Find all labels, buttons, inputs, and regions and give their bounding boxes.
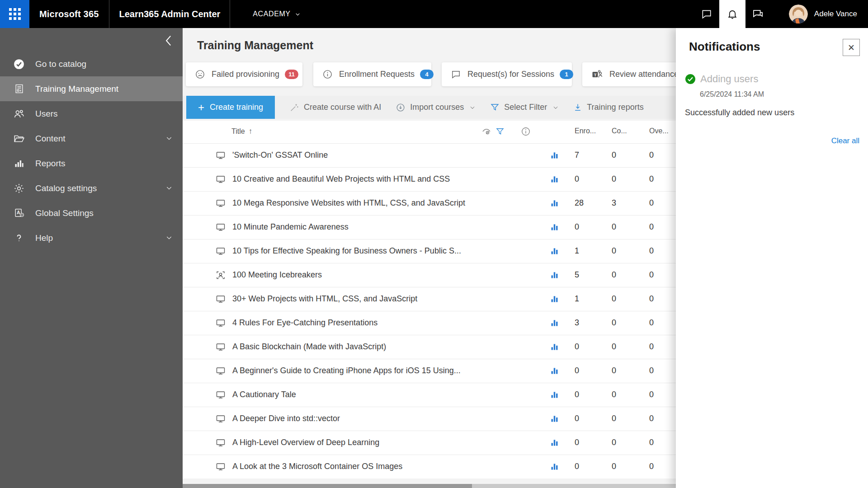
bell-icon (726, 8, 738, 20)
course-stats-chart-icon[interactable] (550, 414, 559, 425)
horizontal-scrollbar[interactable] (183, 484, 676, 488)
create-training-button[interactable]: + Create training (186, 96, 275, 119)
table-row[interactable]: 30+ Web Projects with HTML, CSS, and Jav… (183, 287, 676, 311)
tenant-selector[interactable]: ACADEMY (253, 10, 300, 18)
course-stats-chart-icon[interactable] (550, 198, 559, 210)
app-title[interactable]: Learn365 Admin Center (119, 9, 221, 19)
completed-count: 0 (612, 390, 616, 399)
course-stats-chart-icon[interactable] (550, 318, 559, 329)
table-row[interactable]: A Look at the 3 Microsoft Container OS I… (183, 455, 676, 479)
course-title-link[interactable]: A Look at the 3 Microsoft Container OS I… (232, 462, 402, 471)
magic-wand-icon (289, 103, 299, 113)
sidebar-item-users[interactable]: Users (0, 101, 183, 126)
table-row[interactable]: A Cautionary Tale000 (183, 383, 676, 407)
filter-funnel-icon (490, 103, 500, 112)
enrolled-count: 0 (575, 366, 579, 375)
table-row[interactable]: A High-Level Overview of Deep Learning00… (183, 431, 676, 455)
sidebar-item-help[interactable]: Help (0, 225, 183, 250)
chat-button[interactable] (694, 0, 719, 28)
table-row[interactable]: A Basic Blockchain (Made with JavaScript… (183, 335, 676, 359)
sidebar-item-reports[interactable]: Reports (0, 151, 183, 176)
sidebar-collapse-button[interactable] (162, 34, 175, 47)
table-body: 'Switch-On' GSSAT Online70010 Creative a… (183, 143, 676, 479)
column-header-title[interactable]: Title ↑ (231, 127, 252, 136)
feedback-button[interactable] (745, 0, 771, 28)
course-title-link[interactable]: 4 Rules For Eye-Catching Presentations (232, 318, 377, 328)
card-failed-provisioning[interactable]: Failed provisioning11 (186, 62, 302, 86)
brand-microsoft-365[interactable]: Microsoft 365 (39, 9, 99, 19)
overdue-count: 0 (649, 342, 654, 352)
sidebar-item-global-settings[interactable]: AGlobal Settings (0, 201, 183, 225)
classroom-icon (215, 270, 226, 282)
course-stats-chart-icon[interactable] (550, 462, 559, 473)
teams-icon: T (591, 69, 603, 80)
course-title-link[interactable]: A High-Level Overview of Deep Learning (232, 438, 379, 447)
card-enrollment-requests[interactable]: Enrollment Requests4 (313, 62, 431, 86)
create-course-with-ai-button[interactable]: Create course with AI (289, 103, 381, 113)
column-header-enrolled[interactable]: Enro... (575, 127, 596, 135)
sidebar-item-training-management[interactable]: Training Management (0, 76, 183, 101)
sidebar-item-go-to-catalog[interactable]: Go to catalog (0, 52, 183, 76)
app-launcher-button[interactable] (0, 0, 29, 28)
completed-count: 0 (612, 414, 616, 423)
table-row[interactable]: 'Switch-On' GSSAT Online700 (183, 143, 676, 167)
info-icon[interactable] (521, 127, 531, 138)
account-menu[interactable]: Adele Vance (789, 5, 857, 23)
course-stats-chart-icon[interactable] (550, 294, 559, 305)
course-stats-chart-icon[interactable] (550, 390, 559, 401)
course-title-link[interactable]: A Deeper Dive into std::vector (232, 414, 340, 423)
sidebar-item-content[interactable]: Content (0, 126, 183, 151)
course-title-link[interactable]: 10 Creative and Beautiful Web Projects w… (232, 174, 450, 184)
table-row[interactable]: A Deeper Dive into std::vector000 (183, 407, 676, 431)
select-filter-dropdown[interactable]: Select Filter (490, 103, 559, 112)
course-title-link[interactable]: A Beginner's Guide to Creating iPhone Ap… (232, 366, 461, 375)
enrolled-count: 28 (575, 198, 584, 208)
course-stats-chart-icon[interactable] (550, 270, 559, 282)
overdue-count: 0 (649, 414, 654, 423)
enrolled-count: 0 (575, 390, 579, 399)
scrollbar-thumb[interactable] (183, 484, 472, 488)
table-row[interactable]: 10 Tips for Effective Speaking for Busin… (183, 239, 676, 263)
course-stats-chart-icon[interactable] (550, 246, 559, 258)
course-title-link[interactable]: 10 Mega Responsive Websites with HTML, C… (232, 198, 465, 208)
card-review-attendance[interactable]: TReview attendance (582, 62, 676, 86)
column-header-visibility-filter[interactable] (481, 126, 505, 137)
course-title-link[interactable]: 100 Meeting Icebreakers (232, 270, 322, 280)
training-reports-button[interactable]: Training reports (573, 103, 643, 112)
course-stats-chart-icon[interactable] (550, 222, 559, 234)
sidebar-item-catalog-settings[interactable]: Catalog settings (0, 176, 183, 201)
table-row[interactable]: 100 Meeting Icebreakers500 (183, 263, 676, 287)
column-header-overdue[interactable]: Ove... (649, 127, 669, 135)
course-stats-chart-icon[interactable] (550, 438, 559, 449)
table-header: Title ↑ Enro... Co... Ove... (183, 121, 676, 143)
course-title-link[interactable]: A Cautionary Tale (232, 390, 296, 399)
tenant-name: ACADEMY (253, 10, 290, 18)
import-courses-dropdown[interactable]: Import courses (396, 103, 476, 113)
clear-all-link[interactable]: Clear all (831, 136, 859, 145)
notifications-button[interactable] (719, 0, 745, 28)
download-report-icon (573, 103, 582, 112)
table-row[interactable]: A Beginner's Guide to Creating iPhone Ap… (183, 359, 676, 383)
table-row[interactable]: 10 Minute Pandemic Awareness000 (183, 215, 676, 239)
course-stats-chart-icon[interactable] (550, 150, 559, 162)
table-row[interactable]: 4 Rules For Eye-Catching Presentations30… (183, 311, 676, 335)
table-row[interactable]: 10 Creative and Beautiful Web Projects w… (183, 167, 676, 191)
course-title-link[interactable]: 'Switch-On' GSSAT Online (232, 150, 328, 160)
course-title-link[interactable]: 10 Minute Pandemic Awareness (232, 222, 349, 232)
overdue-count: 0 (649, 222, 654, 232)
training-table: Title ↑ Enro... Co... Ove... 'Switch-On'… (183, 121, 676, 479)
sidebar-item-label: Global Settings (35, 208, 94, 218)
course-stats-chart-icon[interactable] (550, 174, 559, 186)
folder-icon (13, 132, 25, 145)
course-title-link[interactable]: A Basic Blockchain (Made with JavaScript… (232, 342, 386, 352)
catalog-check-icon (13, 58, 25, 70)
table-row[interactable]: 10 Mega Responsive Websites with HTML, C… (183, 191, 676, 215)
column-header-completed[interactable]: Co... (612, 127, 627, 135)
course-title-link[interactable]: 30+ Web Projects with HTML, CSS, and Jav… (232, 294, 417, 304)
elearning-icon (215, 389, 226, 402)
course-title-link[interactable]: 10 Tips for Effective Speaking for Busin… (232, 246, 461, 256)
close-button[interactable]: ✕ (843, 39, 860, 56)
card-request-s-for-sessions[interactable]: Request(s) for Sessions1 (442, 62, 572, 86)
course-stats-chart-icon[interactable] (550, 342, 559, 353)
course-stats-chart-icon[interactable] (550, 366, 559, 377)
